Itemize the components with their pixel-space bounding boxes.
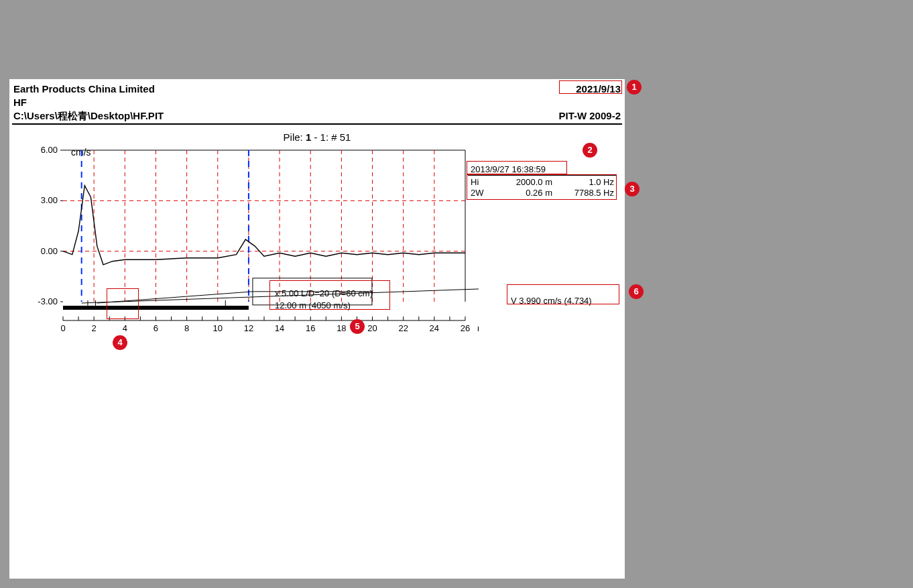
highlight-date: [559, 80, 622, 94]
svg-text:20: 20: [367, 323, 377, 333]
callout-3: 3: [625, 182, 640, 196]
svg-text:m: m: [477, 323, 479, 333]
svg-text:0: 0: [60, 323, 65, 333]
svg-text:3.00: 3.00: [41, 195, 58, 205]
svg-text:16: 16: [306, 323, 315, 333]
highlight-annot: [269, 280, 390, 310]
callout-6: 6: [629, 284, 644, 299]
project-abbrev: HF: [13, 97, 27, 108]
svg-text:22: 22: [398, 323, 408, 333]
highlight-timestamp: [467, 161, 567, 174]
svg-text:-3.00: -3.00: [38, 296, 58, 306]
highlight-velocity: [507, 284, 619, 304]
header-rule: [12, 123, 622, 125]
velocity-chart: -3.000.003.006.00cm/s0246810121416182022…: [23, 141, 479, 342]
svg-text:2: 2: [92, 323, 97, 333]
svg-text:12: 12: [244, 323, 253, 333]
svg-text:24: 24: [430, 323, 439, 333]
svg-text:4: 4: [123, 323, 127, 333]
callout-1: 1: [627, 80, 642, 95]
callout-4: 4: [113, 335, 127, 350]
svg-text:18: 18: [337, 323, 346, 333]
highlight-freq: [467, 174, 617, 200]
highlight-pile-section: [107, 288, 139, 319]
svg-text:0.00: 0.00: [41, 246, 58, 256]
document-page: Earth Products China Limited HF C:\Users…: [9, 79, 625, 579]
software-version: PIT-W 2009-2: [558, 110, 621, 121]
svg-text:26: 26: [461, 323, 470, 333]
callout-5: 5: [350, 319, 365, 334]
svg-text:8: 8: [184, 323, 189, 333]
callout-2: 2: [583, 143, 597, 158]
company-name: Earth Products China Limited: [13, 83, 155, 95]
svg-text:10: 10: [213, 323, 223, 333]
svg-text:6: 6: [154, 323, 158, 333]
svg-rect-31: [63, 306, 249, 310]
svg-text:14: 14: [275, 323, 284, 333]
svg-text:6.00: 6.00: [41, 145, 58, 155]
file-path: C:\Users\程松青\Desktop\HF.PIT: [13, 110, 164, 123]
